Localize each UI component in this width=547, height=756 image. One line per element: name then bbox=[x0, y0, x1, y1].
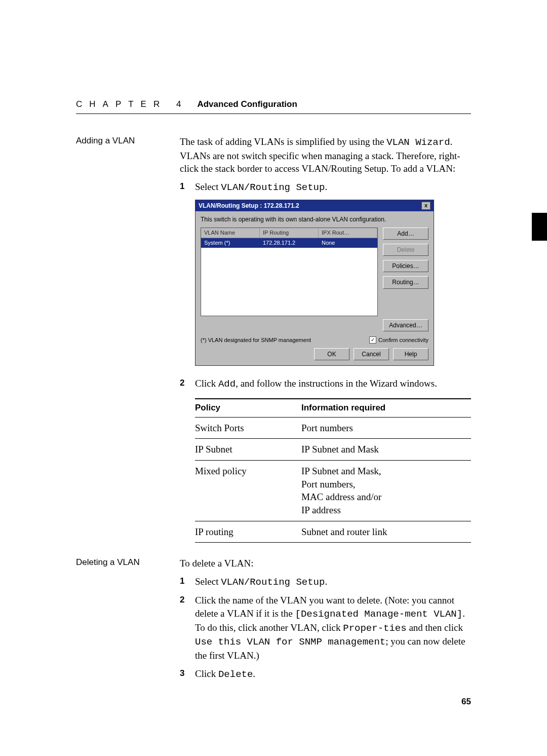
ok-button[interactable]: OK bbox=[314, 348, 349, 360]
deleting-step-3: 3 Click Delete. bbox=[180, 667, 471, 682]
thumb-tab bbox=[532, 213, 547, 241]
table-row: IP Subnet IP Subnet and Mask bbox=[195, 439, 471, 461]
table-row: IP routing Subnet and router link bbox=[195, 521, 471, 543]
cell-info: IP Subnet and Mask bbox=[301, 439, 471, 461]
d3-pre: Click bbox=[195, 668, 218, 679]
th-info: Information required bbox=[301, 399, 471, 417]
vlan-routing-setup-dialog: VLAN/Routing Setup : 172.28.171.2 x This… bbox=[195, 200, 434, 366]
adding-intro-pre: The task of adding VLANs is simplified b… bbox=[180, 136, 386, 147]
deleting-intro: To delete a VLAN: bbox=[180, 557, 471, 570]
d1-pre: Select bbox=[195, 576, 221, 587]
col-vlan-name: VLAN Name bbox=[201, 228, 260, 238]
row-ip: 172.28.171.2 bbox=[260, 238, 319, 248]
d3-code: Delete bbox=[218, 669, 253, 680]
row-ipx: None bbox=[319, 238, 377, 248]
side-label-deleting: Deleting a VLAN bbox=[76, 557, 180, 569]
cell-policy: Mixed policy bbox=[195, 460, 301, 521]
section-deleting-vlan: Deleting a VLAN To delete a VLAN: 1 Sele… bbox=[76, 557, 471, 686]
step-number: 1 bbox=[180, 180, 195, 193]
adding-step-1: 1 Select VLAN/Routing Setup. bbox=[180, 180, 471, 195]
side-label-adding: Adding a VLAN bbox=[76, 135, 180, 147]
vlan-list[interactable]: VLAN Name IP Routing IPX Rout… System (*… bbox=[201, 228, 378, 316]
d3-post: . bbox=[253, 668, 255, 679]
deleting-step-2: 2 Click the name of the VLAN you want to… bbox=[180, 594, 471, 662]
section-adding-vlan: Adding a VLAN The task of adding VLANs i… bbox=[76, 135, 471, 548]
page-number: 65 bbox=[461, 696, 471, 708]
help-button[interactable]: Help bbox=[393, 348, 428, 360]
step2-pre: Click bbox=[195, 378, 218, 389]
confirm-label: Confirm connectivity bbox=[378, 336, 428, 344]
policies-button[interactable]: Policies… bbox=[383, 260, 428, 272]
vlan-list-row[interactable]: System (*) 172.28.171.2 None bbox=[201, 238, 377, 248]
step2-code: Add bbox=[218, 379, 236, 390]
advanced-button[interactable]: Advanced… bbox=[383, 319, 428, 331]
chapter-title: Advanced Configuration bbox=[197, 99, 297, 110]
add-button[interactable]: Add… bbox=[383, 228, 428, 240]
confirm-connectivity-checkbox[interactable]: ✓ Confirm connectivity bbox=[369, 336, 428, 344]
step-number: 2 bbox=[180, 377, 195, 389]
th-policy: Policy bbox=[195, 399, 301, 417]
cell-info: Subnet and router link bbox=[301, 521, 471, 543]
d1-post: . bbox=[325, 576, 327, 587]
routing-button[interactable]: Routing… bbox=[383, 276, 428, 288]
policy-table: Policy Information required Switch Ports… bbox=[195, 398, 471, 543]
step2-post: , and follow the instructions in the Wiz… bbox=[236, 378, 437, 389]
close-icon[interactable]: x bbox=[421, 202, 431, 210]
d2-c: and then click bbox=[407, 622, 463, 633]
deleting-step-1: 1 Select VLAN/Routing Setup. bbox=[180, 575, 471, 589]
cell-info: IP Subnet and Mask, Port numbers, MAC ad… bbox=[301, 460, 471, 521]
delete-button[interactable]: Delete bbox=[383, 244, 428, 256]
step-number: 1 bbox=[180, 575, 195, 587]
d2-code3: Use this VLAN for SNMP management bbox=[195, 636, 385, 648]
dialog-title-text: VLAN/Routing Setup : 172.28.171.2 bbox=[199, 202, 299, 210]
chapter-label: CHAPTER 4 bbox=[76, 99, 188, 110]
cell-policy: IP routing bbox=[195, 521, 301, 543]
d1-code: VLAN/Routing Setup bbox=[221, 577, 325, 588]
cell-policy: IP Subnet bbox=[195, 439, 301, 461]
cell-policy: Switch Ports bbox=[195, 417, 301, 439]
step-number: 3 bbox=[180, 667, 195, 679]
step1-code: VLAN/Routing Setup bbox=[221, 182, 325, 193]
cell-info: Port numbers bbox=[301, 417, 471, 439]
step1-post: . bbox=[325, 181, 327, 192]
cancel-button[interactable]: Cancel bbox=[354, 348, 389, 360]
snmp-note: (*) VLAN designated for SNMP management bbox=[201, 336, 311, 344]
dialog-description: This switch is operating with its own st… bbox=[201, 215, 428, 223]
col-ipx-rout: IPX Rout… bbox=[319, 228, 377, 238]
step-number: 2 bbox=[180, 594, 195, 606]
adding-intro-code: VLAN Wizard bbox=[386, 137, 450, 148]
adding-intro: The task of adding VLANs is simplified b… bbox=[180, 135, 471, 175]
checkbox-icon: ✓ bbox=[369, 336, 376, 344]
page-header: CHAPTER 4 Advanced Configuration bbox=[76, 99, 471, 114]
row-name: System (*) bbox=[201, 238, 260, 248]
d2-code1: [Designated Manage-ment VLAN] bbox=[295, 609, 463, 620]
table-row: Mixed policy IP Subnet and Mask, Port nu… bbox=[195, 460, 471, 521]
col-ip-routing: IP Routing bbox=[260, 228, 319, 238]
step1-pre: Select bbox=[195, 181, 221, 192]
dialog-titlebar: VLAN/Routing Setup : 172.28.171.2 x bbox=[196, 200, 434, 211]
adding-step-2: 2 Click Add, and follow the instructions… bbox=[180, 377, 471, 543]
table-row: Switch Ports Port numbers bbox=[195, 417, 471, 439]
d2-code2: Proper-ties bbox=[343, 623, 406, 634]
